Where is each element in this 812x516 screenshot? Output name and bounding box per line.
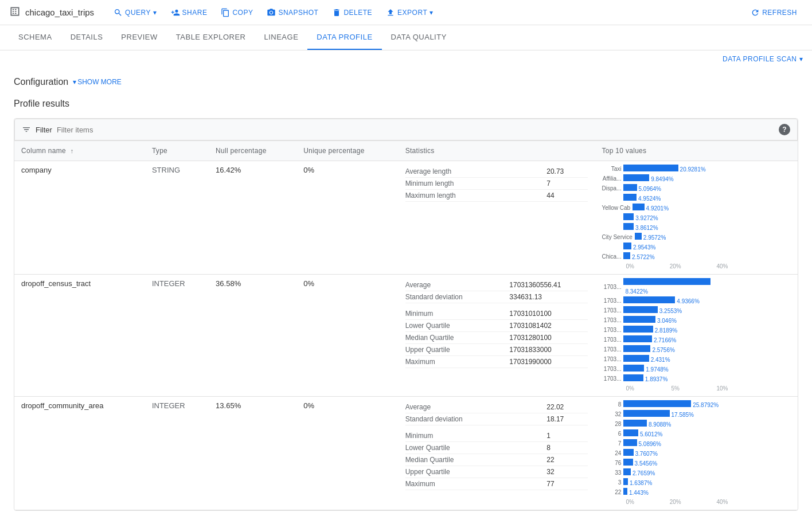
- bar-fill: [623, 278, 710, 285]
- stat-label: Maximum: [405, 355, 510, 368]
- bar-fill: [623, 468, 631, 475]
- bar-fill: [623, 243, 631, 249]
- bar-label: Taxi: [602, 166, 623, 172]
- bar-track: 2.8189%: [623, 326, 728, 334]
- content-area: Configuration ▾ SHOW MORE Profile result…: [0, 68, 812, 516]
- table-row: dropoff_community_areaINTEGER13.65%0%Ave…: [14, 397, 798, 510]
- axis-label: 40%: [716, 263, 728, 269]
- bar-label: 1703...: [602, 284, 623, 290]
- bar-label: 7: [602, 440, 623, 447]
- show-more-button[interactable]: ▾ SHOW MORE: [73, 78, 122, 86]
- stat-label: Upper Quartile: [405, 466, 547, 478]
- stat-value: 32: [546, 466, 588, 478]
- bar-value: 3.5456%: [635, 460, 657, 467]
- bar-chart: 1703...8.3422%1703...4.9366%1703...3.255…: [602, 278, 728, 392]
- bar-row: 221.443%: [602, 488, 728, 497]
- bar-fill: [623, 165, 678, 171]
- delete-button[interactable]: DELETE: [326, 5, 378, 21]
- config-label: Configuration: [14, 77, 68, 87]
- bar-fill: [623, 365, 644, 372]
- axis-label: 10%: [716, 385, 728, 392]
- bar-row: 1703...2.431%: [602, 355, 728, 363]
- bar-label: Dispa...: [602, 185, 623, 191]
- bar-row: Dispa...5.0964%: [602, 184, 728, 193]
- stat-label: Upper Quartile: [405, 343, 510, 355]
- bar-fill: [623, 345, 650, 352]
- tab-lineage[interactable]: LINEAGE: [255, 25, 307, 50]
- bar-axis: 0%20%40%: [602, 499, 728, 505]
- bar-fill: [633, 204, 644, 210]
- tab-table-explorer[interactable]: TABLE EXPLORER: [167, 25, 255, 50]
- bar-fill: [623, 184, 637, 191]
- bar-value: 1.6387%: [630, 480, 652, 486]
- share-button[interactable]: SHARE: [165, 5, 213, 21]
- stat-value: 18.17: [546, 413, 588, 425]
- stat-label: Minimum: [405, 308, 510, 320]
- refresh-button[interactable]: REFRESH: [745, 5, 803, 21]
- axis-label: 0%: [626, 499, 634, 505]
- toolbar-actions: QUERY ▾ SHARE COPY SNAPSHOT DELETE EXPOR…: [108, 5, 439, 21]
- cell-null-pct: 36.58%: [209, 275, 296, 397]
- cell-statistics: Average length20.73Minimum length7Maximu…: [399, 161, 595, 275]
- bar-label: 22: [602, 489, 623, 495]
- bar-value: 2.8189%: [655, 327, 677, 334]
- tab-preview[interactable]: PREVIEW: [112, 25, 166, 50]
- bar-fill: [635, 233, 642, 240]
- cell-null-pct: 16.42%: [209, 161, 296, 275]
- filter-label: Filter: [36, 126, 52, 134]
- cell-unique-pct: 0%: [296, 275, 398, 397]
- stat-value: 17031010100: [509, 308, 588, 320]
- bar-row: 763.5456%: [602, 459, 728, 467]
- bar-track: 1.6387%: [623, 478, 728, 487]
- table-icon: [9, 6, 21, 19]
- data-profile-scan-button[interactable]: DATA PROFILE SCAN ▾: [723, 55, 803, 63]
- bar-label: Chica...: [602, 253, 623, 260]
- col-header-null: Null percentage: [209, 141, 296, 161]
- data-table: Column name ↑ Type Null percentage Uniqu…: [14, 140, 798, 510]
- bar-value: 2.7166%: [654, 337, 676, 343]
- bar-track: 8.3422%: [623, 278, 728, 295]
- bar-value: 5.0896%: [639, 441, 661, 447]
- bar-value: 2.9543%: [633, 244, 655, 251]
- bar-label: 1703...: [602, 307, 623, 314]
- bar-value: 2.5756%: [652, 347, 674, 353]
- bar-track: 1.9748%: [623, 365, 728, 373]
- bar-row: 3217.585%: [602, 410, 728, 419]
- bar-fill: [623, 306, 657, 313]
- copy-button[interactable]: COPY: [215, 5, 259, 21]
- bar-value: 2.7659%: [633, 470, 655, 476]
- bar-row: 332.7659%: [602, 468, 728, 477]
- bar-fill: [623, 429, 638, 436]
- col-header-unique: Unique percentage: [296, 141, 398, 161]
- tab-schema[interactable]: SCHEMA: [9, 25, 61, 50]
- bar-label: 1703...: [602, 356, 623, 362]
- bar-value: 4.9201%: [646, 205, 669, 212]
- stat-value: 20.73: [546, 166, 588, 178]
- stat-label: Minimum length: [405, 178, 547, 190]
- tab-details[interactable]: DETAILS: [61, 25, 112, 50]
- bar-track: 5.6012%: [623, 429, 728, 438]
- bar-track: 3.8612%: [623, 223, 728, 232]
- tab-data-quality[interactable]: DATA QUALITY: [382, 25, 456, 50]
- toolbar: chicago_taxi_trips QUERY ▾ SHARE COPY SN…: [0, 0, 812, 25]
- help-icon[interactable]: ?: [779, 124, 790, 135]
- bar-value: 2.5722%: [632, 254, 654, 260]
- bar-axis: 0%5%10%: [602, 385, 728, 392]
- tab-data-profile[interactable]: DATA PROFILE: [307, 25, 381, 50]
- bar-fill: [623, 449, 633, 456]
- bar-label: 32: [602, 411, 623, 417]
- bar-label: 8: [602, 401, 623, 408]
- filter-input[interactable]: [57, 126, 774, 134]
- export-button[interactable]: EXPORT ▾: [380, 5, 439, 21]
- bar-row: City Service2.9572%: [602, 233, 728, 241]
- bar-value: 1.9748%: [646, 366, 668, 373]
- bar-value: 1.443%: [629, 490, 649, 496]
- query-button[interactable]: QUERY ▾: [108, 5, 162, 21]
- axis-label: 20%: [670, 263, 681, 269]
- bar-label: 3: [602, 479, 623, 486]
- sort-icon[interactable]: ↑: [71, 147, 74, 154]
- bar-track: 3.046%: [623, 316, 728, 325]
- stat-label: Median Quartile: [405, 331, 510, 343]
- axis-label: 5%: [671, 385, 679, 392]
- snapshot-button[interactable]: SNAPSHOT: [261, 5, 324, 21]
